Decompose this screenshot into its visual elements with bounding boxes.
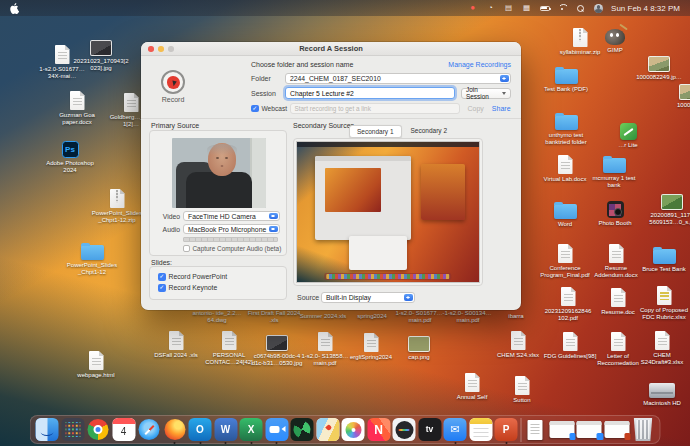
desktop-icon[interactable]: GIMP [587, 25, 643, 54]
dock-item-minimized-window-1[interactable] [549, 421, 574, 438]
desktop-screen: ●◔▤▦ Sun Feb 4 8:32 PM 1-s2.0-S01677…34X… [0, 0, 690, 446]
status-icon-control-icon[interactable]: ◔ [485, 3, 496, 14]
close-button[interactable] [148, 46, 154, 52]
desktop-icon[interactable]: First Draft Fall 2024 .xls [246, 310, 302, 323]
desktop-icon[interactable]: 20200891_1176 5609153…0_s.jp [644, 190, 690, 225]
dock-item-mail[interactable]: ✉ [444, 418, 467, 441]
desktop-icon[interactable]: 20231209162846 102.pdf [540, 286, 596, 321]
desktop-icon[interactable]: ibarra [488, 313, 544, 320]
dock-item-finder[interactable] [36, 418, 59, 441]
video-select[interactable]: FaceTime HD Camera [183, 211, 280, 221]
dock-item-launchpad[interactable] [61, 418, 84, 441]
dock-item-trash[interactable] [632, 418, 655, 441]
folder-select[interactable]: 2244_CHEM_0187_SEC2010 [285, 73, 511, 84]
desktop-icon[interactable]: Test Bank (PDF) [538, 64, 594, 93]
desktop-icon[interactable]: Sutton [494, 375, 550, 404]
dock-item-photos[interactable] [342, 418, 365, 441]
file-label: Word [558, 221, 572, 228]
zoom-button[interactable] [168, 46, 174, 52]
desktop-icon[interactable]: Macintosh HD [634, 378, 690, 407]
menu-bar: ●◔▤▦ Sun Feb 4 8:32 PM [0, 0, 690, 16]
desktop-icon[interactable]: mcmurray 1 test bank [586, 153, 642, 188]
dock-item-news[interactable]: N [367, 418, 390, 441]
session-input[interactable]: Chapter 5 Lecture #2 [285, 87, 455, 99]
desktop-icon[interactable]: Copy of Proposed FDC Rubric.xlsx [636, 285, 690, 320]
minimize-button[interactable] [158, 46, 164, 52]
desktop-icon[interactable]: 20231023_170943[2023].jpg [73, 36, 129, 71]
dock-item-calendar[interactable]: 4 [112, 418, 135, 441]
dock-item-zoom[interactable] [265, 418, 288, 441]
dock-item-notes[interactable] [469, 418, 492, 441]
dock-item-safari[interactable] [138, 418, 161, 441]
dock-item-powerpoint[interactable]: P [495, 418, 518, 441]
tab-secondary-1[interactable]: Secondary 1 [349, 125, 402, 138]
file-label: CHEM S24Draft#3.xlsx [634, 352, 690, 365]
source-select[interactable]: Built-in Display [321, 292, 415, 303]
source-value: Built-in Display [326, 294, 371, 301]
manage-recordings-link[interactable]: Manage Recordings [448, 61, 511, 68]
file-icon [661, 190, 683, 210]
desktop-icon[interactable]: 100009… [662, 80, 690, 109]
desktop-icon[interactable]: webpage.html [68, 350, 124, 379]
desktop-icon[interactable]: Word [537, 199, 593, 228]
file-icon [554, 199, 577, 219]
desktop-icon[interactable]: unthymo test banktried folder [538, 110, 594, 145]
record-powerpoint-checkbox[interactable] [158, 273, 166, 281]
folder-row: Folder 2244_CHEM_0187_SEC2010 [251, 73, 511, 84]
join-session-button[interactable]: Join Session [461, 88, 511, 99]
desktop-icon[interactable]: Virtual Lab.docx [537, 154, 593, 183]
desktop-icon[interactable]: Summer 2024.xls [295, 313, 351, 320]
session-row: Session Chapter 5 Lecture #2 Join Sessio… [251, 87, 511, 99]
share-button[interactable]: Share [492, 105, 511, 112]
status-icon-recording-indicator-icon[interactable]: ● [467, 3, 478, 14]
status-icon-user-icon[interactable] [593, 3, 604, 14]
dock-item-audio-app[interactable] [393, 418, 416, 441]
dock-item-word[interactable]: W [214, 418, 237, 441]
dock-item-maps[interactable] [316, 418, 339, 441]
webcast-checkbox[interactable] [251, 105, 259, 113]
menu-left [10, 3, 74, 14]
status-icon-display-icon[interactable]: ▦ [521, 3, 532, 14]
video-row: Video FaceTime HD Camera [154, 211, 280, 221]
status-icon-spotlight-icon[interactable] [575, 3, 586, 14]
audio-select[interactable]: MacBook Pro Microphone [183, 224, 280, 234]
desktop-icon[interactable]: Annual Self [444, 372, 500, 401]
capture-audio-checkbox[interactable] [183, 245, 190, 252]
menu-clock[interactable]: Sun Feb 4 8:32 PM [611, 4, 680, 13]
status-icon-keyboard-icon[interactable]: ▤ [503, 3, 514, 14]
dock-item-apple-tv[interactable]: tv [418, 418, 441, 441]
dialog-titlebar[interactable]: Record A Session [141, 42, 521, 56]
desktop-icon[interactable]: PowerPoint_Slides _Chpt1-12 [64, 240, 120, 275]
desktop-icon[interactable]: Adobe Photoshop 2024 [42, 138, 98, 173]
apple-menu-icon[interactable] [10, 3, 19, 14]
dock-item-minimized-window-3[interactable] [604, 421, 629, 438]
desktop-icon[interactable]: antonio- ide_2.2…64.dwg [189, 310, 245, 323]
dock: 4 O W X N tv [30, 415, 661, 444]
status-icon-wifi-icon[interactable] [557, 3, 568, 14]
desktop-icon[interactable]: Guzman Goa paper.docx [49, 90, 105, 125]
dock-item-green-app[interactable] [291, 418, 314, 441]
file-icon [81, 240, 104, 260]
desktop-icon[interactable]: DSFall 2024 .xls [148, 330, 204, 359]
dock-item-document[interactable] [524, 418, 547, 441]
dock-item-firefox[interactable] [163, 418, 186, 441]
desktop-icon[interactable]: 1000082249.jp… [631, 52, 687, 81]
record-button[interactable]: Record [149, 70, 197, 103]
file-label: FDG Guidelines[98] [544, 353, 597, 360]
desktop-icon[interactable]: CHEM S24Draft#3.xlsx [634, 330, 690, 365]
desktop-icon[interactable]: cap.png [391, 332, 447, 361]
status-icon-battery-icon[interactable] [539, 3, 550, 14]
desktop-icon[interactable]: Photo Booth [587, 198, 643, 227]
dock-item-excel[interactable]: X [240, 418, 263, 441]
tab-secondary-2[interactable]: Secondary 2 [404, 125, 455, 138]
desktop-icon[interactable]: …r Lite [600, 120, 656, 149]
dock-item-outlook[interactable]: O [189, 418, 212, 441]
dock-item-minimized-window-2[interactable] [577, 421, 602, 438]
desktop-icon[interactable]: Conference Program_Final.pdf [537, 243, 593, 278]
desktop-icon[interactable]: Bruce Test Bank [636, 244, 690, 273]
desktop-icon[interactable]: CHEM S24.xlsx [490, 330, 546, 359]
record-keynote-checkbox[interactable] [158, 284, 166, 292]
desktop-icon[interactable]: PowerPoint_Slides _Chpt1-12.zip [89, 188, 145, 223]
dock-item-chrome[interactable] [87, 418, 110, 441]
file-icon [515, 375, 530, 395]
